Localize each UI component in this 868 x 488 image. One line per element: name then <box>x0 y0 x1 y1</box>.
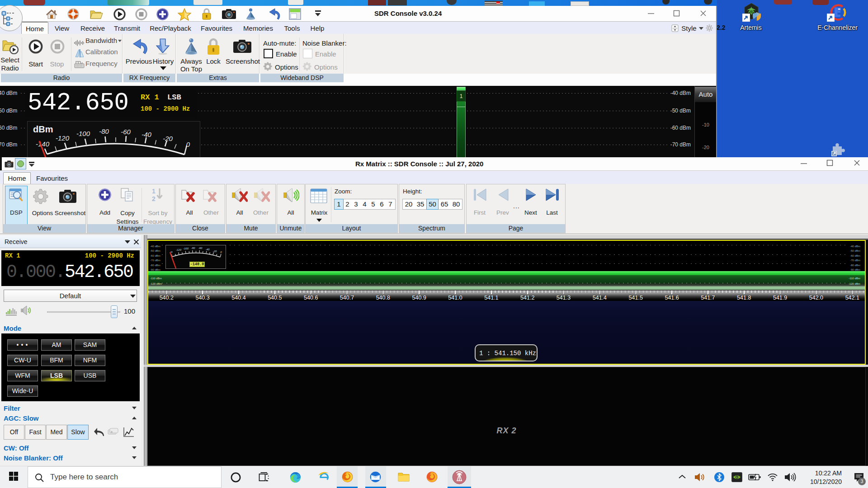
svg-text:0: 0 <box>220 251 222 253</box>
svg-text:1: 1 <box>152 188 156 195</box>
svg-text:-60: -60 <box>198 247 203 249</box>
svg-text:-60: -60 <box>121 128 131 136</box>
svg-text:-80: -80 <box>191 247 195 249</box>
svg-text:0: 0 <box>186 141 190 148</box>
svg-text:-100: -100 <box>76 130 90 137</box>
svg-text:-40: -40 <box>142 131 151 138</box>
svg-text:-140: -140 <box>36 140 50 148</box>
svg-text:2: 2 <box>152 195 156 202</box>
svg-text:-80: -80 <box>99 127 109 135</box>
svg-text:-20: -20 <box>213 250 217 253</box>
svg-text:-40: -40 <box>206 248 210 251</box>
svg-text:-120: -120 <box>56 134 70 142</box>
svg-text:-120: -120 <box>176 249 182 251</box>
svg-text:-20: -20 <box>163 135 173 142</box>
svg-text:-100: -100 <box>183 247 189 250</box>
